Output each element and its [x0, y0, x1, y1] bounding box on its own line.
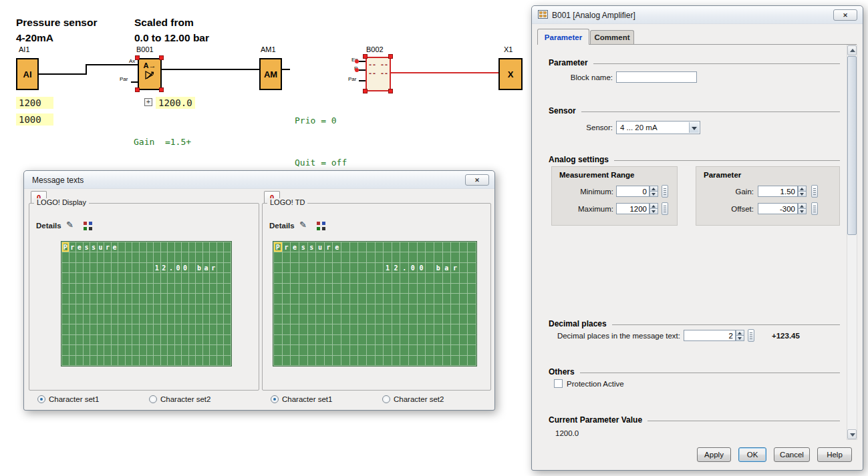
grid-cell[interactable] [341, 273, 349, 282]
grid-cell[interactable] [76, 304, 83, 314]
grid-cell[interactable] [291, 314, 299, 324]
maximum-input[interactable] [616, 203, 649, 214]
grid-cell[interactable] [468, 252, 476, 262]
grid-cell[interactable] [418, 356, 426, 365]
grid-cell[interactable] [350, 345, 358, 354]
grid-cell[interactable] [333, 356, 341, 365]
grid-cell[interactable] [392, 356, 400, 365]
grid-cell[interactable] [443, 294, 451, 303]
grid-cell[interactable] [409, 345, 417, 354]
grid-cell[interactable] [203, 252, 210, 262]
grid-cell[interactable] [217, 324, 224, 334]
grid-cell[interactable] [392, 273, 400, 282]
grid-cell[interactable] [175, 273, 182, 282]
chevron-down-icon[interactable] [689, 122, 699, 133]
grid-cell[interactable] [384, 294, 392, 303]
grid-cell[interactable] [274, 304, 282, 314]
grid-cell[interactable] [203, 314, 210, 324]
grid-cell[interactable] [84, 252, 90, 262]
radio-character-set2[interactable] [149, 395, 157, 403]
grid-cell[interactable] [161, 252, 168, 262]
grid-cell[interactable] [154, 314, 160, 324]
grid-cell[interactable] [358, 263, 366, 272]
grid-cell[interactable] [147, 284, 154, 293]
grid-cell[interactable] [112, 345, 118, 354]
grid-cell[interactable]: r [325, 242, 333, 252]
grid-cell[interactable]: u [316, 242, 324, 252]
grid-cell[interactable] [434, 314, 442, 324]
grid-cell[interactable] [132, 335, 139, 344]
grid-cell[interactable] [84, 314, 90, 324]
grid-cell[interactable] [358, 314, 366, 324]
grid-cell[interactable] [161, 356, 168, 365]
grid-cell[interactable] [274, 263, 282, 272]
grid-cell[interactable] [274, 273, 282, 282]
grid-cell[interactable] [132, 263, 139, 272]
grid-cell[interactable] [367, 335, 375, 344]
grid-cell[interactable] [358, 345, 366, 354]
grid-cell[interactable] [299, 345, 307, 354]
grid-cell[interactable] [308, 273, 316, 282]
grid-cell[interactable] [132, 252, 139, 262]
grid-cell[interactable]: . [168, 263, 174, 272]
grid-cell[interactable] [168, 273, 174, 282]
grid-cell[interactable] [443, 324, 451, 334]
grid-cell[interactable] [98, 263, 104, 272]
grid-cell[interactable] [316, 273, 324, 282]
grid-cell[interactable]: s [308, 242, 316, 252]
grid-cell[interactable] [161, 284, 168, 293]
spin-down-icon[interactable] [798, 208, 807, 214]
grid-cell[interactable] [84, 263, 90, 272]
grid-cell[interactable] [358, 273, 366, 282]
decimal-places-spinner[interactable] [736, 330, 744, 341]
grid-cell[interactable] [341, 263, 349, 272]
grid-cell[interactable] [76, 356, 83, 365]
grid-cell[interactable] [112, 294, 118, 303]
grid-cell[interactable] [316, 356, 324, 365]
grid-cell[interactable] [316, 263, 324, 272]
grid-cell[interactable] [224, 252, 231, 262]
grid-cell[interactable] [333, 304, 341, 314]
grid-cell[interactable] [224, 324, 231, 334]
grid-cell[interactable] [140, 304, 146, 314]
grid-cell[interactable] [392, 345, 400, 354]
grid-cell[interactable] [98, 345, 104, 354]
grid-cell[interactable] [316, 304, 324, 314]
grid-cell[interactable] [104, 294, 111, 303]
grid-cell[interactable] [69, 294, 76, 303]
spin-down-icon[interactable] [798, 191, 807, 197]
grid-cell[interactable] [392, 242, 400, 252]
grid-cell[interactable]: 0 [175, 263, 182, 272]
grid-cell[interactable]: e [291, 242, 299, 252]
grid-cell[interactable] [62, 335, 69, 344]
grid-cell[interactable] [203, 335, 210, 344]
grid-cell[interactable] [104, 345, 111, 354]
grid-cell[interactable] [189, 294, 196, 303]
grid-cell[interactable] [283, 324, 291, 334]
grid-cell[interactable] [62, 284, 69, 293]
grid-cell[interactable] [451, 356, 459, 365]
grid-cell[interactable] [367, 273, 375, 282]
grid-cell[interactable] [203, 294, 210, 303]
wire-ai1-to-b001[interactable] [39, 73, 87, 75]
grid-cell[interactable]: r [104, 242, 111, 252]
grid-cell[interactable] [299, 335, 307, 344]
grid-cell[interactable] [182, 335, 188, 344]
grid-cell[interactable] [203, 345, 210, 354]
grid-cell[interactable] [161, 304, 168, 314]
grid-cell[interactable] [140, 284, 146, 293]
grid-cell[interactable]: 2 [392, 263, 400, 272]
grid-cell[interactable] [392, 284, 400, 293]
decimal-places-input[interactable] [684, 330, 736, 341]
grid-cell[interactable] [409, 356, 417, 365]
grid-cell[interactable] [376, 284, 384, 293]
edit-icon[interactable] [66, 220, 78, 230]
grid-cell[interactable] [325, 324, 333, 334]
grid-cell[interactable] [196, 356, 202, 365]
grid-cell[interactable] [90, 273, 97, 282]
grid-cell[interactable] [90, 356, 97, 365]
grid-cell[interactable] [189, 356, 196, 365]
expand-parameters-button[interactable] [144, 98, 152, 106]
grid-cell[interactable] [98, 304, 104, 314]
grid-cell[interactable] [468, 273, 476, 282]
